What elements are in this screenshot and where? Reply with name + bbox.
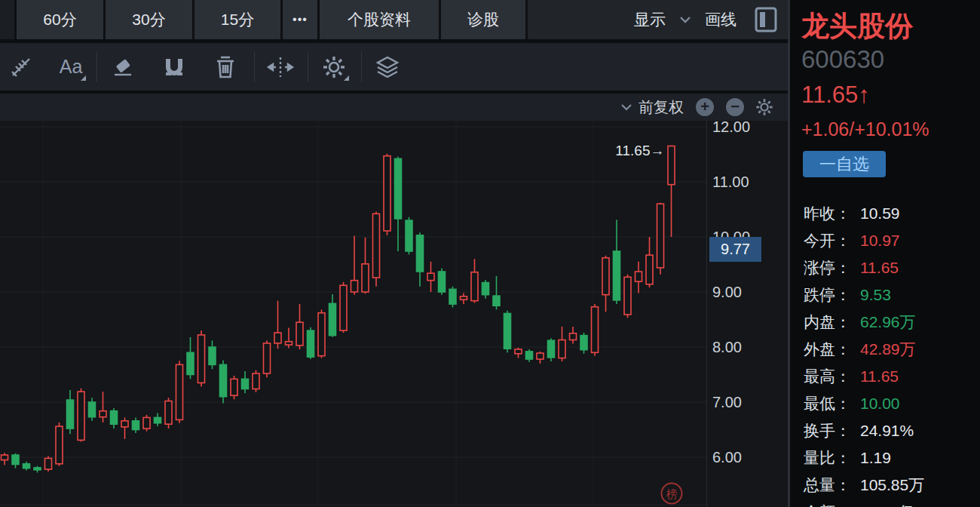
stat-label: 涨停： [804, 254, 851, 281]
stat-label: 量比： [804, 444, 851, 472]
stat-row-今开: 今开：10.97 [790, 227, 980, 254]
stat-value: 11.65 [860, 363, 899, 390]
layers-tool-icon[interactable] [371, 51, 404, 84]
stat-value: 10.00 [860, 390, 900, 417]
chevron-down-icon[interactable] [620, 103, 632, 111]
stat-value: 105.85万 [860, 472, 924, 499]
stat-value: 11.78亿 [860, 499, 914, 507]
tab-15min[interactable]: 15分 [194, 0, 283, 39]
stat-label: 金额： [804, 499, 851, 507]
magnet-tool-icon[interactable] [158, 51, 191, 84]
tab-more-periods[interactable]: ••• [283, 0, 320, 39]
axis-price-label: 12.00 [712, 118, 750, 135]
stat-label: 跌停： [804, 281, 851, 309]
stat-label: 昨收： [804, 200, 851, 227]
stat-value: 9.53 [860, 281, 891, 309]
stat-row-最低: 最低：10.00 [790, 390, 980, 417]
stock-code: 600630 [801, 45, 884, 74]
stat-row-外盘: 外盘：42.89万 [790, 336, 980, 363]
tab-60min[interactable]: 60分 [17, 0, 106, 39]
axis-price-label: 9.00 [712, 284, 742, 300]
stat-value: 1.19 [860, 444, 891, 472]
stat-label: 内盘： [804, 309, 851, 336]
dropdown-corner [81, 75, 86, 81]
left-panel-layout-icon[interactable] [755, 7, 777, 32]
zoom-out-button[interactable]: − [726, 98, 744, 116]
stock-change: +1.06/+10.01% [801, 118, 929, 140]
dropdown-corner [344, 75, 349, 81]
toolbar-separator [254, 52, 255, 82]
stat-label: 外盘： [804, 336, 851, 363]
price-adjust-dropdown[interactable]: 前复权 [639, 97, 684, 118]
drawing-toolbar: Aa [0, 43, 788, 91]
period-tab-bar: 60分 30分 15分 ••• 个股资料 诊股 显示 画线 [0, 0, 788, 39]
chart-settings-gear-icon[interactable] [755, 97, 774, 117]
quote-stats-list: 昨收：10.59今开：10.97涨停：11.65跌停：9.53内盘：62.96万… [790, 200, 980, 507]
settings-tool-icon[interactable] [317, 51, 351, 84]
toolbar-separator [361, 52, 362, 82]
trend-line-tool-icon[interactable] [5, 51, 38, 84]
up-arrow-icon: ↑ [858, 81, 870, 108]
candlestick-chart: 11.65→榜 12.0011.0010.009.008.007.006.00 … [0, 121, 788, 507]
remove-watchlist-button[interactable]: 一自选 [803, 151, 886, 177]
stat-row-涨停: 涨停：11.65 [790, 254, 980, 281]
stat-row-跌停: 跌停：9.53 [790, 281, 980, 309]
stat-row-总量: 总量：105.85万 [790, 472, 980, 499]
stat-label: 换手： [804, 417, 851, 444]
zoom-in-button[interactable]: + [696, 98, 714, 116]
chart-header-bar: 前复权 + − [0, 94, 788, 121]
tab-bar-left-strip [0, 0, 17, 39]
ranking-seal-stamp: 榜 [666, 487, 678, 500]
stat-value: 62.96万 [860, 309, 916, 336]
stat-value: 24.91% [860, 417, 914, 444]
stat-value: 10.97 [860, 227, 900, 254]
topbar-right-controls: 显示 画线 [528, 0, 788, 39]
axis-price-label: 7.00 [712, 394, 742, 410]
stock-name: 龙头股份 [801, 8, 913, 45]
price-axis[interactable]: 12.0011.0010.009.008.007.006.00 9.77 [706, 121, 788, 507]
display-menu[interactable]: 显示 [634, 9, 666, 30]
quote-sidebar: 龙头股份 600630 11.65↑ +1.06/+10.01% 一自选 昨收：… [788, 0, 980, 507]
stat-label: 总量： [804, 472, 851, 499]
stat-value: 42.89万 [860, 336, 916, 363]
stock-app-window: 60分 30分 15分 ••• 个股资料 诊股 显示 画线 Aa [0, 0, 980, 507]
stat-row-金额: 金额：11.78亿 [790, 499, 980, 507]
stat-row-换手: 换手：24.91% [790, 417, 980, 444]
draw-line-menu[interactable]: 画线 [705, 9, 737, 30]
stat-value: 10.59 [860, 200, 900, 227]
stat-row-量比: 量比：1.19 [790, 444, 980, 472]
toolbar-separator [96, 52, 97, 82]
stat-row-内盘: 内盘：62.96万 [790, 309, 980, 336]
stat-row-昨收: 昨收：10.59 [790, 200, 980, 227]
tab-30min[interactable]: 30分 [106, 0, 194, 39]
text-tool-icon[interactable]: Aa [54, 51, 87, 84]
crosshair-price-badge: 9.77 [709, 237, 761, 262]
stat-value: 11.65 [860, 254, 899, 281]
delete-tool-icon[interactable] [209, 51, 242, 84]
axis-price-label: 6.00 [712, 449, 742, 466]
stock-price: 11.65↑ [801, 81, 870, 109]
stat-row-最高: 最高：11.65 [790, 363, 980, 390]
tab-diagnose[interactable]: 诊股 [441, 0, 528, 39]
stat-label: 今开： [804, 227, 851, 254]
last-price-annotation: 11.65→ [615, 143, 664, 158]
axis-price-label: 11.00 [712, 174, 749, 190]
eraser-tool-icon[interactable] [106, 51, 139, 84]
tab-stock-info[interactable]: 个股资料 [320, 0, 441, 39]
stat-label: 最低： [804, 390, 851, 417]
bar-spacing-tool-icon[interactable] [264, 51, 297, 84]
axis-price-label: 8.00 [712, 339, 742, 355]
toolbar-separator [308, 52, 308, 82]
stat-label: 最高： [804, 363, 851, 390]
chart-plot-area[interactable]: 11.65→榜 [0, 121, 706, 507]
chevron-down-icon[interactable] [679, 16, 691, 23]
